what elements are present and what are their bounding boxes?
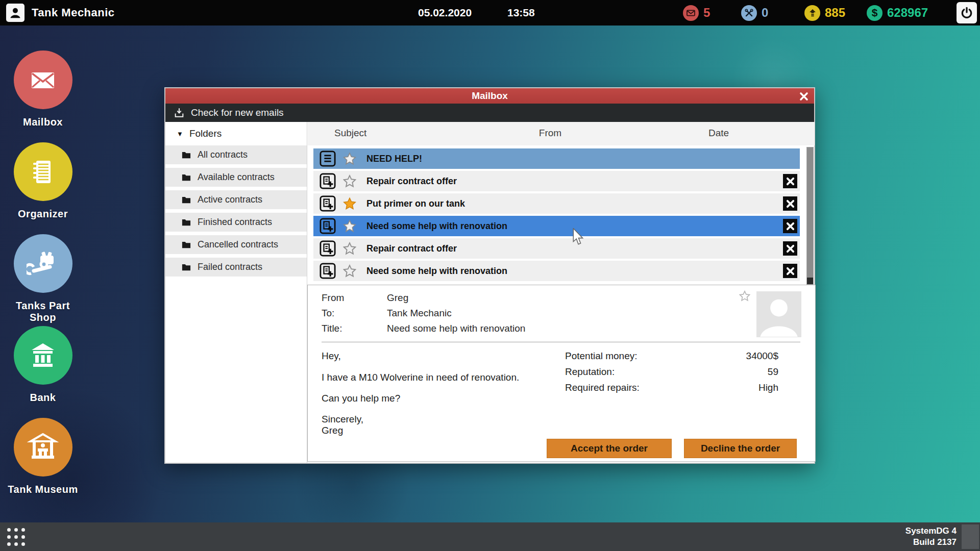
check-emails-button[interactable]: Check for new emails [174,107,284,118]
desktop-icon-mailbox[interactable]: Mailbox [7,51,79,128]
system-build: Build 2137 [905,537,957,548]
star-icon-favorited[interactable] [343,197,356,210]
accept-order-button[interactable]: Accept the order [547,439,672,458]
folder-item-active-contracts[interactable]: Active contracts [165,190,307,209]
folder-item-cancelled-contracts[interactable]: Cancelled contracts [165,235,307,254]
parts-shop-app-icon [14,234,72,293]
system-name: SystemDG 4 [905,525,957,537]
delete-email-button[interactable] [783,219,797,233]
email-detail-pane: From Greg To: Tank Mechanic Title: Need … [307,285,816,462]
star-toggle-icon[interactable] [739,290,750,302]
apps-grid-icon[interactable] [7,528,25,546]
time-display: 13:58 [507,7,535,19]
column-subject: Subject [334,128,366,139]
app-title: Tank Mechanic [32,6,115,19]
window-close-button[interactable] [797,90,811,103]
repairs-counter-badge[interactable]: 0 [741,5,768,21]
taskbar-corner-button[interactable] [962,524,979,549]
taskbar: SystemDG 4 Build 2137 [0,522,980,551]
folder-icon [182,241,191,248]
doc-plus-icon [320,240,336,257]
folders-header-label: Folders [189,128,222,139]
folder-icon [182,151,191,159]
desktop-icon-tanks-part-shop[interactable]: Tanks Part Shop [7,234,79,323]
email-row-repair-offer-2[interactable]: Repair contract offer [313,238,800,259]
folder-icon [182,196,191,204]
mailbox-app-icon [14,51,72,109]
doc-plus-icon [320,263,336,279]
chevron-down-icon: ▼ [177,130,183,138]
body-greeting: Hey, [322,350,341,362]
user-icon [9,6,22,19]
money-count: 628967 [887,6,928,20]
mailbox-window: Mailbox Check for new emails ▼ Folders [164,87,815,464]
sender-avatar [756,291,801,337]
folder-icon [182,263,191,271]
delete-email-button[interactable] [783,196,797,211]
star-icon[interactable] [343,152,356,165]
desktop-icon-bank[interactable]: Bank [7,326,79,404]
email-list-header: Subject From Date [308,122,815,145]
email-row-put-primer[interactable]: Put primer on our tank [313,193,800,214]
desktop-screen: Tank Mechanic 05.02.2020 13:58 5 0 [0,0,980,551]
delete-x-icon [786,222,795,231]
power-button[interactable] [957,2,977,23]
decline-order-button[interactable]: Decline the order [684,439,797,458]
folder-icon [182,218,191,226]
mail-counter-badge[interactable]: 5 [683,5,710,21]
star-icon[interactable] [343,242,356,255]
from-label: From [322,292,344,304]
date-display: 05.02.2020 [418,7,472,19]
xp-badge-icon [804,5,820,21]
to-label: To: [322,308,334,319]
star-icon[interactable] [343,174,356,188]
column-from: From [532,128,568,139]
email-row-need-help-renovation-1[interactable]: Need some help with renovation [313,216,800,236]
delete-x-icon [786,244,795,253]
title-label: Title: [322,323,342,334]
system-version-info: SystemDG 4 Build 2137 [905,525,957,548]
delete-email-button[interactable] [783,174,797,188]
museum-app-icon [14,418,72,477]
user-profile-button[interactable] [6,4,24,22]
folders-header[interactable]: ▼ Folders [165,122,307,145]
close-icon [799,92,808,101]
star-icon[interactable] [343,219,356,233]
folder-item-failed-contracts[interactable]: Failed contracts [165,258,307,277]
email-row-repair-offer-1[interactable]: Repair contract offer [313,171,800,191]
body-signoff: Sincerely, [322,414,363,425]
check-emails-label: Check for new emails [191,107,284,118]
delete-email-button[interactable] [783,264,797,278]
folder-item-all-contracts[interactable]: All contracts [165,145,307,164]
power-icon [960,6,973,19]
delete-x-icon [786,199,795,208]
mailbox-content: ▼ Folders All contracts Available contra… [165,122,814,463]
required-repairs-label: Required repairs: [565,382,640,393]
folder-item-available-contracts[interactable]: Available contracts [165,168,307,187]
desktop-icon-tank-museum[interactable]: Tank Museum [7,418,79,495]
star-icon[interactable] [343,264,356,278]
doc-lines-icon [320,151,336,167]
body-sender-name: Greg [322,425,343,436]
money-badge-icon: $ [867,5,883,21]
window-titlebar[interactable]: Mailbox [165,88,814,104]
desktop-icon-organizer[interactable]: Organizer [7,142,79,220]
delete-email-button[interactable] [783,241,797,256]
email-list-scrollbar[interactable] [806,147,814,285]
title-value: Need some help with renovation [387,323,525,334]
organizer-app-icon [14,142,72,201]
to-value: Tank Mechanic [387,308,452,319]
doc-plus-icon [320,195,336,212]
download-icon [174,107,185,118]
email-row-need-help[interactable]: NEED HELP! [313,148,800,169]
scrollbar-thumb-end[interactable] [807,278,813,284]
mail-count: 5 [703,6,710,20]
folder-item-finished-contracts[interactable]: Finished contracts [165,213,307,232]
avatar-icon [756,291,801,337]
doc-plus-icon [320,218,336,234]
email-row-need-help-renovation-2[interactable]: Need some help with renovation [313,261,800,281]
detail-divider [322,341,800,343]
bank-app-icon [14,326,72,385]
xp-counter-badge[interactable]: 885 [804,5,845,21]
money-counter-badge[interactable]: $ 628967 [867,5,928,21]
